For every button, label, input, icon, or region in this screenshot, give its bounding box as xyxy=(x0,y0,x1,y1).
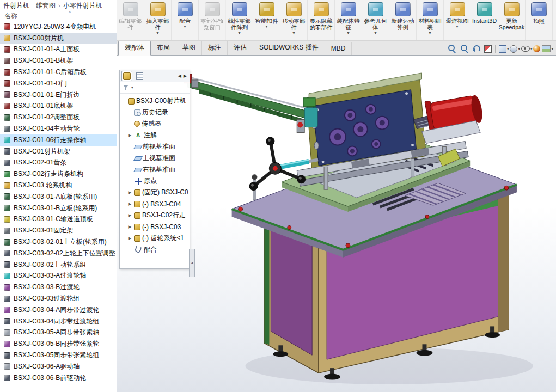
file-row[interactable]: BSXJ-C03-02上动轮系组 xyxy=(0,259,117,271)
ribbon-tab[interactable]: 布局 xyxy=(151,41,176,55)
breadcrumb-folder[interactable]: 小零件射片机三 xyxy=(63,1,109,10)
file-row[interactable]: BSXJ-C03-05-A同步带张紧轴 xyxy=(0,327,117,339)
smart-fasteners-button[interactable]: 智能扣件 ▼ xyxy=(253,0,280,40)
feature-tree-item[interactable]: 上视基准面 xyxy=(120,152,190,164)
breadcrumb[interactable]: 件射片机三维套图 › 小零件射片机三 xyxy=(0,0,117,11)
file-row[interactable]: BSXJ-C03-04-A同步带过渡轮 xyxy=(0,304,117,316)
ribbon-tab[interactable]: 标注 xyxy=(202,41,228,55)
file-row[interactable]: BSXJ-C02-01齿条 xyxy=(0,157,117,169)
feature-tree-item[interactable]: 传感器 xyxy=(120,118,190,130)
file-row[interactable]: BSXJ-C03-02-01上立板(轮系用) xyxy=(0,236,117,248)
update-speedpak-button[interactable]: 更新 Speedpak xyxy=(498,0,526,40)
display-style-icon[interactable]: ▾ xyxy=(510,45,520,53)
file-row[interactable]: BSXJ-C01-01-B机架 xyxy=(0,55,117,66)
file-row[interactable]: BSXJ-C01-06行走操作轴 xyxy=(0,134,117,146)
exploded-view-button[interactable]: 爆炸视图 ▼ xyxy=(444,0,471,40)
scroll-right-icon[interactable]: ▶ xyxy=(184,74,187,78)
apply-scene-icon[interactable]: ▾ xyxy=(542,45,553,52)
feeder-arm[interactable] xyxy=(184,74,311,126)
component-preview-window-button[interactable]: 零部件预览窗口 xyxy=(199,0,226,40)
file-row[interactable]: BSXJ-C03-05同步带张紧轮组 xyxy=(0,350,117,361)
expander-arrow[interactable]: ▶ xyxy=(127,201,132,206)
edit-appearance-icon[interactable] xyxy=(533,45,541,52)
file-row[interactable]: BSXJ-C01-01底机架 xyxy=(0,101,117,112)
file-row[interactable]: BSXJ-C01-02调整面板 xyxy=(0,112,117,123)
file-row[interactable]: BSXJ-C03-01-B立板(轮系用) xyxy=(0,203,117,214)
file-row[interactable]: BSXJ-C03-03-B过渡轮 xyxy=(0,281,117,293)
take-snapshot-button[interactable]: 拍照 xyxy=(526,0,553,40)
feature-tree-item[interactable]: ▶ BSXJ-C02行走 xyxy=(120,210,190,221)
file-name: BSXJ-C03-01固定架 xyxy=(14,226,73,235)
new-motion-study-button[interactable]: 新建运动算例 xyxy=(389,0,417,40)
file-row[interactable]: BSXJ-C03-05-B同步带张紧轮 xyxy=(0,338,117,350)
file-row[interactable]: BSXJ-C01-01-C后箱后板 xyxy=(0,66,117,78)
linear-component-pattern-button[interactable]: 线性零部件阵列 ▼ xyxy=(226,0,253,40)
feature-tree-item[interactable]: 配合 xyxy=(120,244,190,255)
feature-tree-item[interactable]: ▶ (-) BSXJ-C04 xyxy=(120,198,190,210)
ribbon-tab[interactable]: 装配体 xyxy=(118,41,151,56)
ribbon-tab[interactable]: 草图 xyxy=(176,41,202,55)
move-component-button[interactable]: 移动零部件 ▼ xyxy=(280,0,308,40)
file-row[interactable]: BSXJ-C03-01-C输送道顶板 xyxy=(0,214,117,225)
feature-tree-item[interactable]: ▶ (固定) BSXJ-C0 xyxy=(120,187,190,198)
expander-arrow[interactable]: ▶ xyxy=(127,236,132,241)
zoom-area-icon[interactable] xyxy=(459,44,471,53)
file-row[interactable]: BSXJ-C03-06-B前驱动轮 xyxy=(0,372,117,384)
expander-arrow[interactable]: ▶ xyxy=(127,190,132,195)
instant3d-button[interactable]: Instant3D xyxy=(471,0,498,40)
filter-funnel-icon[interactable] xyxy=(123,84,129,91)
featuremanager-tree-tab[interactable] xyxy=(121,71,132,81)
scroll-left-icon[interactable]: ◀ xyxy=(178,74,181,78)
file-row[interactable]: BSXJ-C01-01-D门 xyxy=(0,78,117,89)
view-orientation-icon[interactable]: ▾ xyxy=(499,45,509,53)
file-row[interactable]: BSXJ-C02行走齿条机构 xyxy=(0,168,117,180)
feature-tree-item[interactable]: ▶ (-) BSXJ-C03 xyxy=(120,221,190,232)
previous-view-icon[interactable] xyxy=(472,44,483,53)
graphics-viewport[interactable]: ◀ ▶ ▾ BSXJ-C00射片机 xyxy=(117,56,556,392)
file-row[interactable]: BSXJ-C03-01固定架 xyxy=(0,225,117,236)
expander-arrow[interactable]: ▶ xyxy=(127,224,132,229)
feature-tree-item[interactable]: 历史记录 xyxy=(120,107,190,118)
insert-components-button[interactable]: 插入零部件 ▼ xyxy=(144,0,172,40)
filter-dropdown-icon[interactable]: ▾ xyxy=(131,85,133,90)
show-hidden-components-button[interactable]: 显示隐藏的零部件 xyxy=(308,0,335,40)
file-row[interactable]: BSXJ-C03-04同步带过渡轮组 xyxy=(0,316,117,327)
section-view-icon[interactable] xyxy=(484,45,492,53)
ribbon-tab[interactable]: 评估 xyxy=(228,41,253,55)
feature-tree-item[interactable]: ▶ 注解 xyxy=(120,130,190,141)
file-row[interactable]: BSXJ-C03-01-A底板(轮系用) xyxy=(0,191,117,203)
file-row[interactable]: 120YYCJ-250W3-4变频电机 xyxy=(0,21,117,33)
reference-geometry-button[interactable]: 参考几何体 ▼ xyxy=(362,0,389,40)
file-row[interactable]: BSXJ-C03 轮系机构 xyxy=(0,180,117,191)
file-row[interactable]: BSXJ-C03-06-A驱动轴 xyxy=(0,361,117,372)
name-column-header[interactable]: 名称 ^ xyxy=(0,11,117,21)
file-row[interactable]: BSXJ-C01射片机架 xyxy=(0,146,117,157)
expander-arrow[interactable]: ▶ xyxy=(127,213,132,218)
ribbon-tab[interactable]: SOLIDWORKS 插件 xyxy=(253,41,325,55)
feature-tree-item[interactable]: 右视基准面 xyxy=(120,164,190,175)
feature-tree-item[interactable]: ▶ (-) 齿轮系统<1 xyxy=(120,232,190,244)
file-row[interactable]: BSXJ-C01-01-E门折边 xyxy=(0,89,117,101)
bill-of-materials-button[interactable]: 材料明细表 ▼ xyxy=(417,0,444,40)
breadcrumb-folder[interactable]: 件射片机三维套图 xyxy=(3,1,56,10)
file-row[interactable]: BSXJ-C01-04主动齿轮 xyxy=(0,123,117,134)
panel-collapse-handle[interactable]: ◂ xyxy=(189,249,195,277)
hide-show-items-icon[interactable]: ▾ xyxy=(521,46,533,52)
assembly-features-button[interactable]: 装配体特征 ▼ xyxy=(335,0,362,40)
file-row[interactable]: BSXJ-C00射片机 xyxy=(0,33,117,44)
separator[interactable] xyxy=(493,45,498,53)
mate-button[interactable]: 配合 ▼ xyxy=(172,0,199,40)
expander-arrow[interactable]: ▶ xyxy=(127,133,132,138)
ribbon-tab[interactable]: MBD xyxy=(325,42,352,55)
feature-tree-item[interactable]: 前视基准面 xyxy=(120,141,190,152)
feature-tree-item[interactable]: BSXJ-C00射片机 xyxy=(120,95,190,107)
sort-ascending-icon[interactable]: ^ xyxy=(69,10,71,16)
feature-tree-item[interactable]: 原点 xyxy=(120,175,190,187)
zoom-fit-icon[interactable] xyxy=(447,44,458,53)
file-row[interactable]: BSXJ-C03-02-02上轮上下位置调整 xyxy=(0,248,117,259)
file-row[interactable]: BSXJ-C03-03-A过渡轮轴 xyxy=(0,271,117,282)
propertymanager-tab[interactable] xyxy=(134,71,145,81)
file-row[interactable]: BSXJ-C01-01-A上面板 xyxy=(0,44,117,56)
edit-component-button[interactable]: 编辑零部件 xyxy=(117,0,144,40)
file-row[interactable]: BSXJ-C03-03过渡轮组 xyxy=(0,293,117,304)
